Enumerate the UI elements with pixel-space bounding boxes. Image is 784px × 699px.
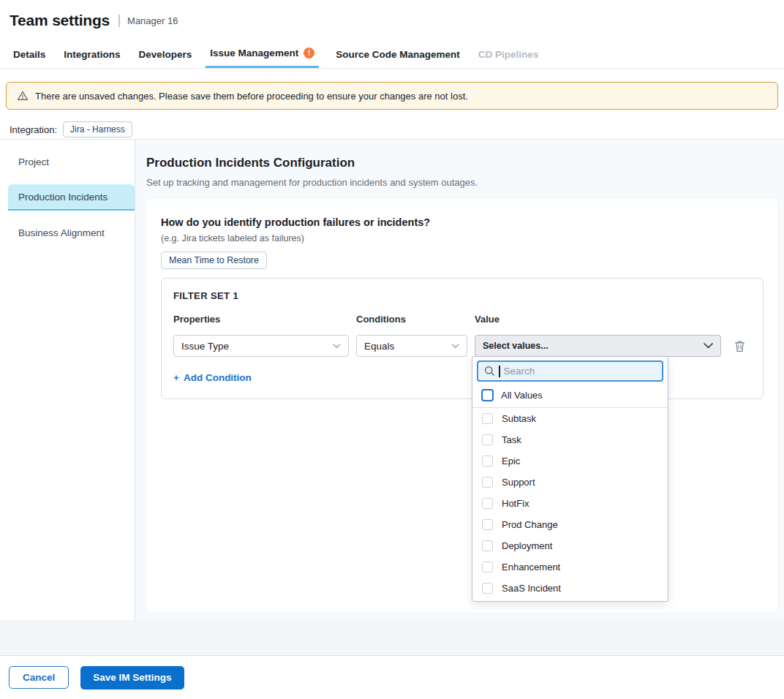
- option-task[interactable]: Task: [472, 429, 668, 450]
- incidents-config-card: How do you identify production failures …: [146, 198, 778, 613]
- sidebar-item-project[interactable]: Project: [0, 149, 135, 175]
- team-name-label: Manager 16: [127, 15, 178, 26]
- add-condition-button[interactable]: + Add Condition: [173, 372, 252, 383]
- checkbox-icon[interactable]: [482, 562, 493, 573]
- tab-cd-pipelines: CD Pipelines: [477, 40, 540, 68]
- search-icon: [484, 366, 495, 377]
- dropdown-options-list: Subtask Task Epic Support HotFix Prod Ch…: [472, 408, 668, 602]
- chevron-down-icon: [451, 344, 459, 349]
- plus-icon: +: [173, 372, 179, 383]
- text-cursor: [499, 366, 500, 377]
- option-customer-notification[interactable]: Customer Notification: [472, 599, 668, 602]
- value-column-label: Value: [475, 314, 721, 325]
- option-epic[interactable]: Epic: [472, 450, 668, 472]
- main-content: Production Incidents Configuration Set u…: [135, 140, 784, 620]
- config-question: How do you identify production failures …: [161, 216, 764, 228]
- conditions-column-label: Conditions: [356, 314, 467, 325]
- option-saas-incident[interactable]: SaaS Incident: [472, 578, 668, 599]
- option-support[interactable]: Support: [472, 472, 668, 493]
- config-hint: (e.g. Jira tickets labeled as failures): [161, 233, 764, 243]
- option-hotfix[interactable]: HotFix: [472, 493, 668, 514]
- integration-row: Integration: Jira - Harness: [10, 121, 132, 137]
- footer-actions: Cancel Save IM Settings: [0, 656, 784, 699]
- option-prod-change[interactable]: Prod Change: [472, 514, 668, 535]
- checkbox-icon[interactable]: [482, 477, 493, 488]
- property-select[interactable]: Issue Type: [173, 335, 349, 357]
- dropdown-search-box[interactable]: [477, 360, 663, 382]
- title-divider: [118, 15, 120, 27]
- tab-details[interactable]: Details: [12, 40, 47, 68]
- sidebar-item-business-alignment[interactable]: Business Alignment: [0, 220, 135, 246]
- checkbox-icon[interactable]: [482, 540, 493, 551]
- tab-source-code-management[interactable]: Source Code Management: [334, 40, 461, 68]
- option-enhancement[interactable]: Enhancement: [472, 556, 668, 578]
- select-all-values-option[interactable]: All Values: [472, 385, 668, 408]
- filter-set-title: FILTER SET 1: [173, 290, 751, 301]
- footer-spacer-band: [0, 620, 784, 656]
- sidebar-item-production-incidents[interactable]: Production Incidents: [8, 184, 135, 211]
- cancel-button[interactable]: Cancel: [9, 666, 69, 689]
- metric-chip-mean-time-to-restore[interactable]: Mean Time to Restore: [161, 252, 267, 269]
- save-im-settings-button[interactable]: Save IM Settings: [80, 666, 184, 689]
- tab-developers[interactable]: Developers: [137, 40, 194, 68]
- checkbox-icon[interactable]: [482, 434, 493, 445]
- checkbox-icon[interactable]: [482, 498, 493, 509]
- checkbox-icon[interactable]: [482, 413, 493, 424]
- option-deployment[interactable]: Deployment: [472, 535, 668, 556]
- value-multiselect[interactable]: Select values...: [475, 335, 721, 357]
- chevron-down-icon: [333, 344, 341, 349]
- option-subtask[interactable]: Subtask: [472, 408, 668, 429]
- properties-column-label: Properties: [173, 314, 349, 325]
- unsaved-changes-banner: There are unsaved changes. Please save t…: [6, 82, 778, 110]
- warning-triangle-icon: [17, 90, 29, 102]
- checkbox-icon[interactable]: [482, 456, 493, 466]
- checkbox-icon[interactable]: [482, 583, 493, 594]
- condition-select[interactable]: Equals: [356, 335, 467, 357]
- tab-integrations[interactable]: Integrations: [62, 40, 121, 68]
- settings-tabbar: Details Integrations Developers Issue Ma…: [0, 40, 784, 69]
- checkbox-icon[interactable]: [481, 389, 494, 401]
- integration-chip[interactable]: Jira - Harness: [63, 121, 132, 137]
- value-dropdown-panel: All Values Subtask Task Epic Support Hot…: [472, 356, 668, 602]
- integration-label: Integration:: [10, 124, 57, 135]
- page-header: Team settings Manager 16: [0, 0, 784, 40]
- team-settings-page: Team settings Manager 16 Details Integra…: [0, 0, 784, 699]
- tab-issue-management[interactable]: Issue Management !: [206, 40, 319, 68]
- banner-text: There are unsaved changes. Please save t…: [35, 91, 468, 102]
- checkbox-icon[interactable]: [482, 519, 493, 530]
- page-title: Team settings: [10, 12, 110, 29]
- trash-icon: [734, 340, 745, 352]
- unsaved-alert-badge-icon: !: [304, 48, 314, 58]
- search-input[interactable]: [504, 366, 657, 377]
- filter-condition-row: Properties Conditions Value Issue Type E…: [173, 314, 751, 357]
- filter-set-1: FILTER SET 1 Properties Conditions Value…: [161, 278, 764, 399]
- settings-sidebar: Project Production Incidents Business Al…: [0, 140, 135, 620]
- section-title: Production Incidents Configuration: [146, 156, 778, 170]
- delete-condition-button[interactable]: [728, 339, 750, 354]
- section-subtitle: Set up tracking and management for produ…: [146, 177, 778, 188]
- chevron-down-icon: [704, 343, 713, 349]
